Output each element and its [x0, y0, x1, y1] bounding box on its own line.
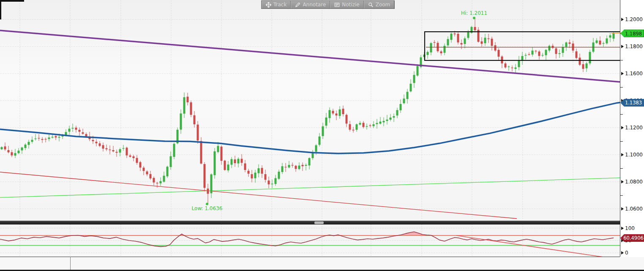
price-axis-minor-tick	[620, 60, 623, 60]
axis-tick-arrow	[621, 207, 624, 211]
moving-average-badge: 1.1383	[620, 99, 644, 107]
low-annotation-label: Low: 1.0636	[192, 205, 223, 211]
time-axis-label-strip: DicGenFebMarAprMagGiuLugAgoSetOttNov2019…	[0, 257, 644, 270]
axis-tick-arrow	[621, 227, 624, 230]
move-icon	[266, 2, 271, 8]
price-axis-label: 1.1200	[621, 125, 643, 131]
news-button[interactable]: Notizie	[330, 1, 363, 8]
axis-tick-arrow	[621, 180, 624, 183]
candlestick-canvas[interactable]	[0, 0, 620, 221]
price-axis[interactable]: 1.1898 1.1383 60.4906 1.20001.18001.1600…	[620, 0, 644, 257]
rsi-axis-label: 100	[621, 225, 635, 231]
price-axis-label: 1.2000	[621, 16, 643, 22]
panel-separator[interactable]	[0, 221, 620, 224]
rsi-axis-label: 0	[621, 250, 628, 256]
price-axis-label: 1.0800	[621, 179, 643, 185]
price-axis-minor-tick	[620, 87, 623, 88]
annotate-button-label: Annotare	[303, 2, 326, 8]
separator-drag-grip[interactable]	[314, 222, 324, 224]
news-icon	[334, 2, 340, 8]
price-axis-minor-tick	[620, 114, 623, 115]
price-axis-label: 1.1600	[621, 71, 643, 77]
window-corner-mark	[0, 0, 24, 2]
price-axis-label: 1.0600	[621, 206, 643, 212]
pencil-icon	[295, 2, 300, 8]
axis-tick-arrow	[621, 251, 624, 255]
rsi-canvas[interactable]	[0, 224, 620, 257]
axis-tick-arrow	[621, 153, 624, 156]
track-button[interactable]: Track	[262, 1, 291, 8]
rsi-indicator-panel[interactable]	[0, 224, 620, 257]
zoom-button-label: Zoom	[376, 2, 390, 8]
main-price-chart[interactable]: Hi: 1.2011 Low: 1.0636	[0, 0, 620, 221]
axis-tick-arrow	[621, 18, 624, 21]
price-axis-label: 1.1800	[621, 44, 643, 49]
year-separator-line	[70, 257, 71, 270]
price-axis-minor-tick	[620, 168, 623, 169]
annotate-button[interactable]: Annotare	[291, 1, 330, 8]
axis-tick-arrow	[621, 45, 624, 48]
price-axis-minor-tick	[620, 195, 623, 196]
price-axis-minor-tick	[620, 141, 623, 142]
magnifier-icon	[368, 2, 374, 8]
window-corner-mark-vertical	[0, 0, 1, 19]
news-button-label: Notizie	[342, 2, 359, 8]
chart-toolbar: Track Annotare Notizie Zoom	[261, 0, 395, 9]
zoom-button[interactable]: Zoom	[364, 1, 395, 8]
high-annotation-label: Hi: 1.2011	[461, 10, 487, 16]
rsi-value-badge: 60.4906	[620, 234, 644, 242]
track-button-label: Track	[273, 2, 287, 8]
axis-tick-arrow	[621, 72, 624, 75]
last-price-badge: 1.1898	[620, 30, 644, 37]
chart-application-window: Hi: 1.2011 Low: 1.0636 Track Annotare No…	[0, 0, 644, 271]
axis-tick-arrow	[621, 126, 624, 129]
price-axis-label: 1.1000	[621, 152, 643, 158]
